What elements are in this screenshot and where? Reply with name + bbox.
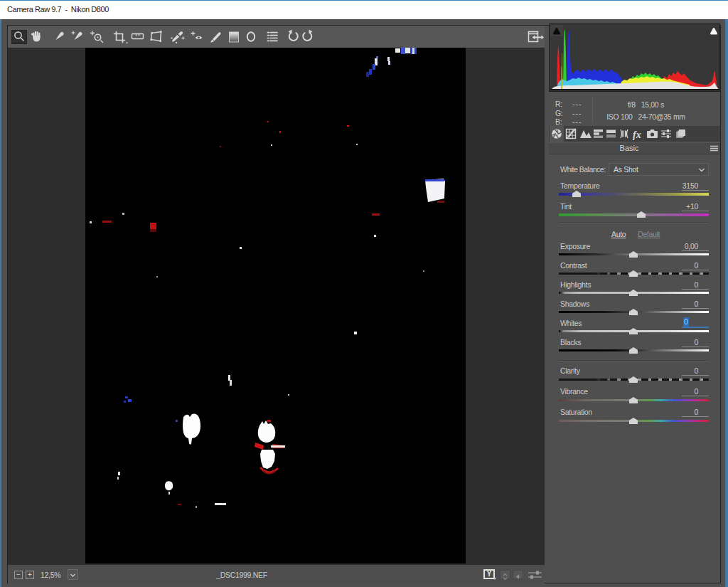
svg-text:fx: fx <box>633 129 641 140</box>
